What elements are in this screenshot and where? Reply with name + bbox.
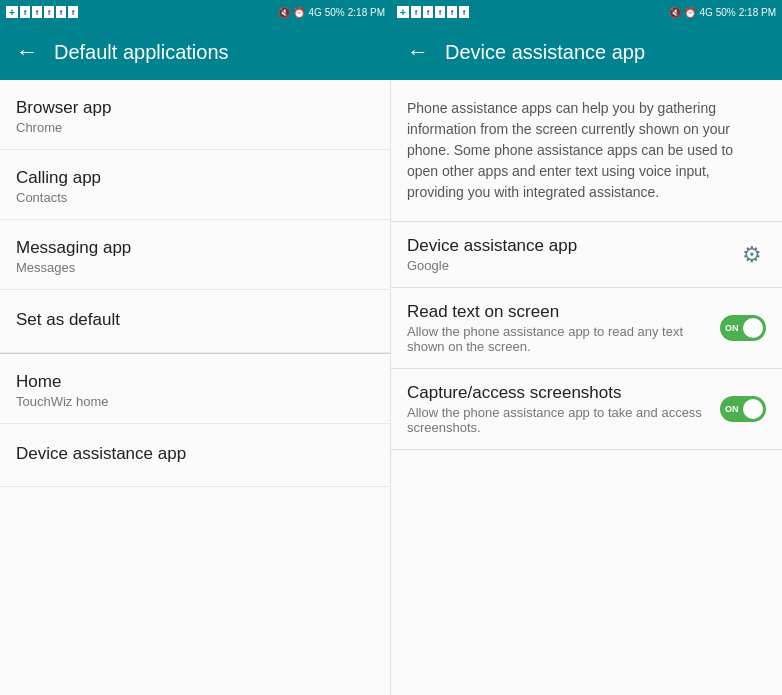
device-assistance-row[interactable]: Device assistance app Google ⚙: [391, 222, 782, 288]
capture-screenshots-info: Capture/access screenshots Allow the pho…: [407, 383, 720, 435]
description-block: Phone assistance apps can help you by ga…: [391, 80, 782, 222]
set-as-default-item[interactable]: Set as default: [0, 290, 390, 353]
signal-text-left: 4G: [308, 7, 321, 18]
status-right-icons-left: 🔇 ⏰ 4G 50% 2:18 PM: [278, 7, 385, 18]
device-assistance-app-item[interactable]: Device assistance app: [0, 424, 390, 487]
home-title: Home: [16, 372, 374, 392]
capture-screenshots-toggle[interactable]: ON: [720, 396, 766, 422]
read-text-info: Read text on screen Allow the phone assi…: [407, 302, 720, 354]
browser-app-item[interactable]: Browser app Chrome: [0, 80, 390, 150]
right-panel: Phone assistance apps can help you by ga…: [391, 80, 782, 695]
messaging-app-title: Messaging app: [16, 238, 374, 258]
read-text-title: Read text on screen: [407, 302, 720, 322]
time-left: 2:18 PM: [348, 7, 385, 18]
status-right-icons-right: 🔇 ⏰ 4G 50% 2:18 PM: [669, 7, 776, 18]
description-text: Phone assistance apps can help you by ga…: [407, 98, 766, 203]
fb-icon-2: f: [32, 6, 42, 18]
time-right: 2:18 PM: [739, 7, 776, 18]
right-header-title: Device assistance app: [445, 41, 645, 64]
fb-icon-r1: f: [411, 6, 421, 18]
capture-screenshots-row[interactable]: Capture/access screenshots Allow the pho…: [391, 369, 782, 450]
read-text-toggle[interactable]: ON: [720, 315, 766, 341]
signal-text-right: 4G: [699, 7, 712, 18]
mute-icon-r: 🔇: [669, 7, 681, 18]
read-text-toggle-label: ON: [725, 323, 739, 333]
alarm-icon: ⏰: [293, 7, 305, 18]
device-assistance-info: Device assistance app Google: [407, 236, 738, 273]
fb-icon-r5: f: [459, 6, 469, 18]
browser-app-subtitle: Chrome: [16, 120, 374, 135]
calling-app-title: Calling app: [16, 168, 374, 188]
battery-left: 50%: [325, 7, 345, 18]
fb-icon-3: f: [44, 6, 54, 18]
device-assistance-subtitle: Google: [407, 258, 738, 273]
status-left-icons-left: + f f f f f: [6, 6, 78, 18]
device-assistance-title: Device assistance app: [407, 236, 738, 256]
browser-app-title: Browser app: [16, 98, 374, 118]
right-header: ← Device assistance app: [391, 24, 782, 80]
messaging-app-subtitle: Messages: [16, 260, 374, 275]
left-panel: Browser app Chrome Calling app Contacts …: [0, 80, 391, 695]
calling-app-item[interactable]: Calling app Contacts: [0, 150, 390, 220]
capture-screenshots-subtitle: Allow the phone assistance app to take a…: [407, 405, 720, 435]
capture-screenshots-title: Capture/access screenshots: [407, 383, 720, 403]
fb-icon-5: f: [68, 6, 78, 18]
set-as-default-title: Set as default: [16, 310, 374, 330]
fb-icon-r2: f: [423, 6, 433, 18]
calling-app-subtitle: Contacts: [16, 190, 374, 205]
status-bar-right: + f f f f f 🔇 ⏰ 4G 50% 2:18 PM: [391, 0, 782, 24]
fb-icon-r4: f: [447, 6, 457, 18]
fb-icon-4: f: [56, 6, 66, 18]
left-header-title: Default applications: [54, 41, 229, 64]
plus-icon: +: [6, 6, 18, 18]
home-subtitle: TouchWiz home: [16, 394, 374, 409]
mute-icon: 🔇: [278, 7, 290, 18]
status-left-icons-right: + f f f f f: [397, 6, 469, 18]
gear-icon[interactable]: ⚙: [738, 241, 766, 269]
left-header: ← Default applications: [0, 24, 391, 80]
battery-right: 50%: [716, 7, 736, 18]
status-bar-left: + f f f f f 🔇 ⏰ 4G 50% 2:18 PM: [0, 0, 391, 24]
capture-screenshots-toggle-label: ON: [725, 404, 739, 414]
fb-icon-r3: f: [435, 6, 445, 18]
fb-icon-1: f: [20, 6, 30, 18]
left-back-button[interactable]: ←: [16, 39, 38, 65]
read-text-subtitle: Allow the phone assistance app to read a…: [407, 324, 720, 354]
right-back-button[interactable]: ←: [407, 39, 429, 65]
read-text-row[interactable]: Read text on screen Allow the phone assi…: [391, 288, 782, 369]
home-item[interactable]: Home TouchWiz home: [0, 354, 390, 424]
plus-icon-r: +: [397, 6, 409, 18]
messaging-app-item[interactable]: Messaging app Messages: [0, 220, 390, 290]
alarm-icon-r: ⏰: [684, 7, 696, 18]
device-assistance-app-title: Device assistance app: [16, 444, 374, 464]
